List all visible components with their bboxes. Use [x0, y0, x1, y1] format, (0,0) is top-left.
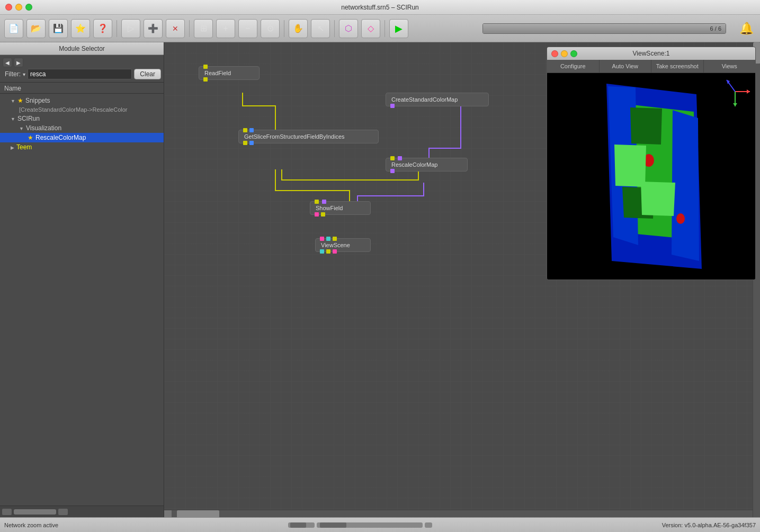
getslice-port-out2[interactable] [249, 141, 254, 145]
alarm-btn[interactable]: 🔔 [737, 19, 756, 38]
canvas-scroll-thumb-h[interactable] [177, 510, 219, 518]
getslice-port-in1[interactable] [243, 128, 247, 132]
vs-min-btn[interactable] [561, 50, 568, 57]
viewscene-title: ViewScene:1 [633, 50, 670, 57]
views-btn[interactable]: Views [704, 60, 756, 73]
tree-item-snippet-item[interactable]: [CreateStandardColorMap->RescaleColor [0, 105, 164, 114]
screenshot-btn[interactable]: Take screenshot [651, 60, 704, 73]
viewscene-port-out2[interactable] [326, 249, 330, 254]
panel-scroll-right[interactable] [58, 509, 68, 515]
bottom-toolbar: Network zoom active Version: v5.0-alpha.… [0, 517, 760, 532]
tree-item-visualization[interactable]: Visualization [0, 123, 164, 133]
save-btn[interactable]: 💾 [49, 19, 68, 38]
node-rescale-colormap[interactable]: RescaleColorMap [386, 158, 468, 172]
window-title: networkstuff.srn5 – SCIRun [341, 4, 419, 11]
panel-scroll-left[interactable] [2, 509, 12, 515]
viewscene-port-in3[interactable] [333, 237, 337, 241]
showfield-port-out1[interactable] [315, 212, 319, 217]
svg-marker-8 [641, 182, 675, 216]
scroll-end-btn[interactable] [425, 522, 432, 528]
left-scrollbar[interactable] [288, 522, 315, 528]
clear-button[interactable]: Clear [134, 69, 161, 79]
progress-label: 6 / 6 [710, 25, 721, 32]
tree-item-teem[interactable]: Teem [0, 142, 164, 152]
vs-close-btn[interactable] [551, 50, 558, 57]
canvas-scroll-track-h[interactable] [172, 510, 753, 518]
rescale-port-out[interactable] [390, 169, 395, 173]
module-3d-btn[interactable]: ⬡ [339, 19, 358, 38]
viewscene-port-out1[interactable] [320, 249, 324, 254]
minimize-button[interactable] [15, 4, 22, 11]
snippets-label: Snippets [25, 97, 50, 104]
tree-name-header: Name [4, 85, 21, 92]
auto-view-btn[interactable]: Auto View [600, 60, 652, 73]
run-btn[interactable]: ▶ [389, 19, 408, 38]
node-show-field[interactable]: ShowField [310, 201, 371, 215]
showfield-port-in1[interactable] [315, 200, 319, 204]
panel-scrollbar-thumb[interactable] [14, 509, 56, 515]
module-2d-btn[interactable]: ◇ [361, 19, 380, 38]
canvas-scroll-left-btn[interactable] [164, 510, 172, 518]
filter-label: Filter: [5, 70, 21, 78]
help-btn[interactable]: ❓ [93, 19, 112, 38]
zoom-in-btn[interactable]: + [216, 19, 235, 38]
panel-bottom-controls [0, 506, 164, 517]
createcolormap-port-out[interactable] [390, 104, 395, 108]
status-text: Network zoom active [4, 522, 58, 528]
open-btn[interactable]: 📂 [26, 19, 46, 38]
viewscene-port-in1[interactable] [320, 237, 324, 241]
tree-item-rescale[interactable]: ★ RescaleColorMap [0, 133, 164, 142]
filter-input[interactable] [28, 69, 132, 79]
viewscene-port-in2[interactable] [326, 237, 330, 241]
reset-btn[interactable]: ⊙ [261, 19, 280, 38]
pan-btn[interactable]: ✋ [289, 19, 308, 38]
showfield-port-in2[interactable] [322, 200, 326, 204]
network-canvas[interactable]: ReadField GetSliceFromStructuredFieldByI… [164, 42, 760, 517]
zoom-out-btn[interactable]: − [238, 19, 257, 38]
vs-max-btn[interactable] [570, 50, 577, 57]
add-module-btn[interactable]: ➕ [144, 19, 163, 38]
configure-btn[interactable]: Configure [547, 60, 600, 73]
svg-marker-4 [630, 107, 662, 145]
rescale-port-in2[interactable] [398, 156, 402, 160]
tree-item-snippets[interactable]: ★ Snippets [0, 96, 164, 105]
snippets-expand-icon [11, 97, 15, 104]
svg-marker-3 [672, 110, 699, 261]
panel-fwd-btn[interactable]: ▶ [14, 58, 23, 67]
readfield-port-in[interactable] [203, 65, 208, 69]
getslice-port-in2[interactable] [249, 128, 254, 132]
remove-btn[interactable]: ✕ [166, 19, 185, 38]
filter-dropdown-icon: ▾ [23, 71, 25, 77]
tree-item-scirun[interactable]: SCIRun [0, 114, 164, 123]
rescale-label: RescaleColorMap [35, 134, 86, 141]
readfield-port-out[interactable] [203, 77, 208, 82]
node-create-colormap[interactable]: CreateStandardColorMap [386, 93, 489, 106]
close-button[interactable] [5, 4, 12, 11]
maximize-button[interactable] [25, 4, 32, 11]
getslice-port-out1[interactable] [243, 141, 247, 145]
panel-back-btn[interactable]: ◀ [3, 58, 12, 67]
colormap-svg [547, 73, 755, 279]
star-btn[interactable]: ⭐ [71, 19, 90, 38]
node-view-scene[interactable]: ViewScene [315, 238, 371, 252]
node-read-field[interactable]: ReadField [199, 66, 260, 80]
bottom-main-scrollbar[interactable] [317, 522, 423, 528]
visualization-label: Visualization [26, 124, 61, 132]
sep1 [117, 20, 117, 37]
layout-btn[interactable]: ⊞ [194, 19, 213, 38]
rescale-star-icon: ★ [28, 134, 33, 141]
node-get-slice[interactable]: GetSliceFromStructuredFieldByIndices [238, 130, 379, 143]
showfield-port-out2[interactable] [321, 212, 325, 217]
sep4 [334, 20, 335, 37]
viewscene-viewport [547, 73, 755, 279]
main-toolbar: 📄 📂 💾 ⭐ ❓ ▷ ➕ ✕ ⊞ + − ⊙ ✋ ↖ ⬡ ◇ ▶ 6 / 6 … [0, 15, 760, 42]
select-btn[interactable]: ↖ [311, 19, 330, 38]
progress-fill [483, 24, 726, 33]
viewscene-port-out3[interactable] [333, 249, 337, 254]
scirun-label: SCIRun [17, 115, 40, 122]
run-step-btn[interactable]: ▷ [121, 19, 140, 38]
module-panel-header: Module Selector [0, 42, 164, 55]
rescale-port-in1[interactable] [390, 156, 395, 160]
canvas-scrollbar-h[interactable] [164, 510, 753, 517]
new-btn[interactable]: 📄 [4, 19, 23, 38]
